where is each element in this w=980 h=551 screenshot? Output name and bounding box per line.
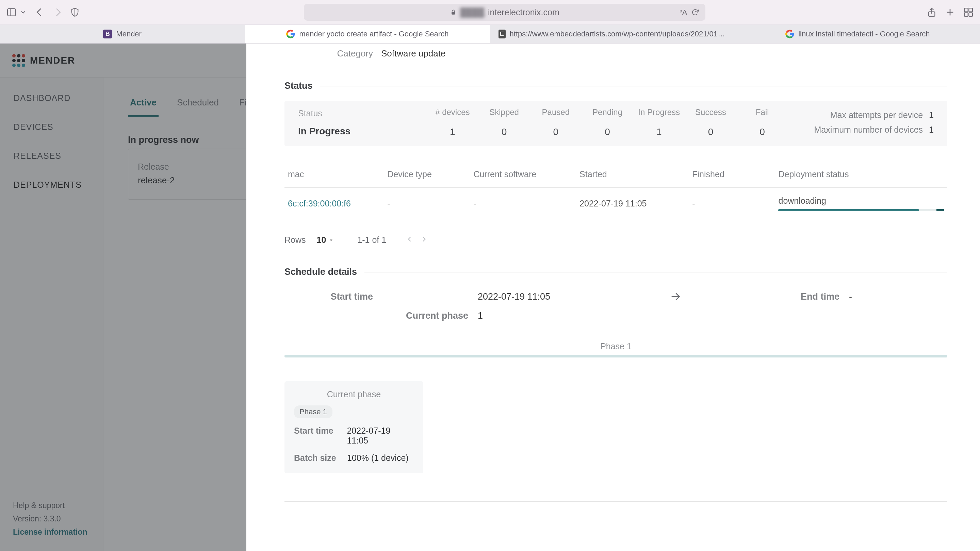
count-pending: 0 (582, 127, 633, 137)
forward-icon[interactable] (52, 7, 63, 18)
cell-deploy-status: downloading (775, 188, 947, 220)
end-time-value: - (849, 292, 947, 302)
arrow-right-icon (655, 291, 696, 302)
phase-start-value: 2022-07-19 11:05 (347, 426, 414, 446)
cell-current-software: - (470, 188, 576, 220)
url-text: ████.interelectronix.com (460, 8, 559, 17)
reload-icon[interactable] (691, 8, 699, 16)
tab-google-search-2[interactable]: linux install timedatectl - Google Searc… (735, 25, 980, 43)
phase-start-label: Start time (294, 426, 340, 446)
status-value: In Progress (298, 126, 427, 137)
divider (364, 272, 947, 272)
svg-rect-0 (8, 8, 16, 16)
back-icon[interactable] (34, 7, 45, 18)
start-time-value: 2022-07-19 11:05 (478, 292, 646, 302)
category-value: Software update (381, 48, 445, 59)
status-card: Status In Progress # devices Skipped Pau… (285, 101, 947, 146)
favicon-icon: E (498, 30, 506, 38)
tab-label: https://www.embeddedartists.com/wp-conte… (510, 30, 727, 38)
divider (320, 86, 947, 86)
tab-label: Mender (116, 30, 142, 38)
tab-embeddedartists[interactable]: E https://www.embeddedartists.com/wp-con… (490, 25, 735, 43)
tab-label: mender yocto create artifact - Google Se… (299, 30, 449, 38)
tab-google-search-1[interactable]: mender yocto create artifact - Google Se… (245, 25, 490, 43)
phase-bar (285, 355, 947, 357)
browser-toolbar: ████.interelectronix.com ᵃA (0, 0, 980, 24)
chevron-down-icon[interactable] (20, 9, 27, 16)
shield-icon[interactable] (69, 7, 80, 18)
col-pending: Pending (582, 108, 633, 117)
svg-rect-3 (452, 12, 455, 14)
phase-batch-value: 100% (1 device) (347, 453, 409, 463)
svg-rect-8 (969, 8, 972, 12)
max-devices: Maximum number of devices1 (814, 125, 934, 135)
chevron-down-icon (328, 237, 334, 243)
col-devices: # devices (427, 108, 478, 117)
tabs-overview-icon[interactable] (963, 7, 974, 18)
pager-rows-select[interactable]: 10 (317, 235, 334, 245)
phase-title: Phase 1 (285, 341, 947, 351)
th-finished[interactable]: Finished (689, 165, 775, 188)
favicon-icon: B (103, 30, 112, 38)
count-skipped: 0 (479, 127, 530, 137)
th-started[interactable]: Started (576, 165, 689, 188)
count-paused: 0 (530, 127, 581, 137)
col-inprogress: In Progress (634, 108, 684, 117)
pager-rows-label: Rows (285, 235, 306, 245)
device-table: mac Device type Current software Started… (285, 165, 947, 219)
count-fail: 0 (737, 127, 788, 137)
url-bar[interactable]: ████.interelectronix.com ᵃA (304, 4, 705, 21)
svg-rect-10 (969, 13, 972, 16)
translate-icon[interactable]: ᵃA (679, 8, 687, 16)
th-deploy-status[interactable]: Deployment status (775, 165, 947, 188)
th-device-type[interactable]: Device type (384, 165, 470, 188)
cell-started: 2022-07-19 11:05 (576, 188, 689, 220)
count-inprogress: 1 (634, 127, 684, 137)
tab-mender[interactable]: B Mender (0, 25, 245, 43)
pager-range: 1-1 of 1 (357, 235, 386, 245)
col-fail: Fail (737, 108, 788, 117)
favicon-icon (785, 30, 794, 38)
th-mac[interactable]: mac (285, 165, 384, 188)
count-devices: 1 (427, 127, 478, 137)
count-success: 0 (686, 127, 736, 137)
deployment-detail-sheet: Category Software update Status Status I… (247, 43, 980, 551)
current-phase-label: Current phase (285, 311, 468, 321)
phase-batch-label: Batch size (294, 453, 340, 463)
schedule-heading: Schedule details (285, 267, 357, 277)
favicon-icon (286, 30, 295, 38)
pager-next[interactable] (420, 235, 428, 245)
tab-label: linux install timedatectl - Google Searc… (798, 30, 930, 38)
pager-prev[interactable] (406, 235, 414, 245)
svg-rect-7 (964, 8, 968, 12)
new-tab-icon[interactable] (945, 7, 956, 18)
progress-bar (778, 209, 944, 211)
end-time-label: End time (705, 292, 840, 302)
svg-rect-9 (964, 13, 968, 16)
cell-mac[interactable]: 6c:cf:39:00:00:f6 (285, 188, 384, 220)
category-label: Category (285, 48, 373, 59)
table-row[interactable]: 6c:cf:39:00:00:f6 - - 2022-07-19 11:05 -… (285, 188, 947, 220)
max-attempts: Max attempts per device1 (830, 110, 934, 120)
th-current-software[interactable]: Current software (470, 165, 576, 188)
sidebar-toggle-icon[interactable] (6, 7, 17, 18)
status-heading: Status (285, 81, 313, 91)
divider (285, 501, 947, 502)
phase-card-header: Current phase (294, 389, 414, 399)
cell-device-type: - (384, 188, 470, 220)
deploy-status-text: downloading (778, 196, 944, 206)
status-label: Status (298, 108, 427, 118)
col-success: Success (686, 108, 736, 117)
start-time-label: Start time (285, 292, 373, 302)
cell-finished: - (689, 188, 775, 220)
col-skipped: Skipped (479, 108, 530, 117)
phase-card: Current phase Phase 1 Start time 2022-07… (285, 381, 423, 473)
share-icon[interactable] (926, 7, 937, 18)
col-paused: Paused (530, 108, 581, 117)
current-phase-value: 1 (478, 311, 646, 321)
lock-icon (450, 9, 457, 16)
tab-strip: B Mender mender yocto create artifact - … (0, 24, 980, 43)
phase-badge: Phase 1 (294, 405, 332, 418)
